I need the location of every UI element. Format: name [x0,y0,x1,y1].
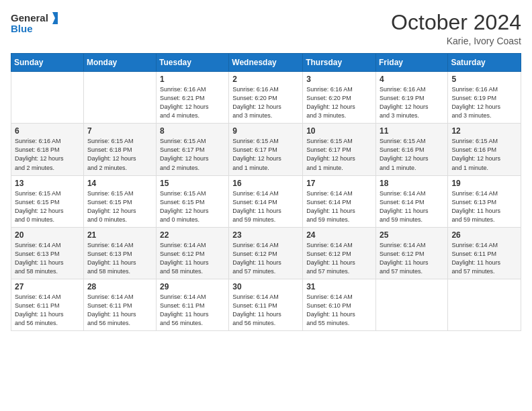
day-info: Sunrise: 6:15 AMSunset: 6:17 PMDaylight:… [160,137,225,172]
calendar-table: Sunday Monday Tuesday Wednesday Thursday… [11,53,521,331]
table-row: 17Sunrise: 6:14 AMSunset: 6:14 PMDayligh… [303,175,376,227]
day-number: 7 [87,126,152,136]
day-info: Sunrise: 6:16 AMSunset: 6:19 PMDaylight:… [451,85,517,120]
table-row: 7Sunrise: 6:15 AMSunset: 6:18 PMDaylight… [83,124,156,175]
day-info: Sunrise: 6:14 AMSunset: 6:13 PMDaylight:… [451,189,517,224]
day-number: 21 [87,230,152,240]
day-info: Sunrise: 6:15 AMSunset: 6:17 PMDaylight:… [306,137,372,172]
day-info: Sunrise: 6:14 AMSunset: 6:14 PMDaylight:… [306,189,372,224]
day-info: Sunrise: 6:16 AMSunset: 6:20 PMDaylight:… [232,85,299,120]
table-row: 14Sunrise: 6:15 AMSunset: 6:15 PMDayligh… [83,175,156,227]
day-info: Sunrise: 6:14 AMSunset: 6:11 PMDaylight:… [232,293,299,328]
day-info: Sunrise: 6:14 AMSunset: 6:11 PMDaylight:… [15,293,80,328]
day-info: Sunrise: 6:14 AMSunset: 6:12 PMDaylight:… [160,241,225,276]
col-friday: Friday [375,54,447,72]
calendar-week-row: 20Sunrise: 6:14 AMSunset: 6:13 PMDayligh… [11,227,521,279]
day-number: 12 [451,126,517,136]
table-row: 3Sunrise: 6:16 AMSunset: 6:20 PMDaylight… [303,72,376,124]
day-number: 1 [160,75,225,84]
table-row: 12Sunrise: 6:15 AMSunset: 6:16 PMDayligh… [448,124,521,175]
table-row: 13Sunrise: 6:15 AMSunset: 6:15 PMDayligh… [11,175,84,227]
day-info: Sunrise: 6:15 AMSunset: 6:15 PMDaylight:… [15,189,80,224]
header: General Blue October 2024 Karie, Ivory C… [11,11,521,46]
day-info: Sunrise: 6:14 AMSunset: 6:13 PMDaylight:… [87,241,152,276]
table-row: 19Sunrise: 6:14 AMSunset: 6:13 PMDayligh… [448,175,521,227]
day-info: Sunrise: 6:16 AMSunset: 6:20 PMDaylight:… [306,85,372,120]
day-number: 23 [232,230,299,240]
table-row: 21Sunrise: 6:14 AMSunset: 6:13 PMDayligh… [83,227,156,279]
table-row: 24Sunrise: 6:14 AMSunset: 6:12 PMDayligh… [303,227,376,279]
day-number: 20 [15,230,80,240]
table-row: 6Sunrise: 6:16 AMSunset: 6:18 PMDaylight… [11,124,84,175]
table-row: 9Sunrise: 6:15 AMSunset: 6:17 PMDaylight… [229,124,303,175]
table-row: 23Sunrise: 6:14 AMSunset: 6:12 PMDayligh… [229,227,303,279]
col-sunday: Sunday [11,54,84,72]
table-row: 16Sunrise: 6:14 AMSunset: 6:14 PMDayligh… [229,175,303,227]
table-row [448,279,521,330]
day-info: Sunrise: 6:16 AMSunset: 6:18 PMDaylight:… [15,137,80,172]
table-row: 31Sunrise: 6:14 AMSunset: 6:10 PMDayligh… [303,279,376,330]
day-info: Sunrise: 6:14 AMSunset: 6:11 PMDaylight:… [87,293,152,328]
table-row: 30Sunrise: 6:14 AMSunset: 6:11 PMDayligh… [229,279,303,330]
table-row: 25Sunrise: 6:14 AMSunset: 6:12 PMDayligh… [375,227,447,279]
day-number: 6 [15,126,80,136]
day-number: 29 [160,282,225,291]
day-number: 18 [380,179,444,188]
calendar-week-row: 27Sunrise: 6:14 AMSunset: 6:11 PMDayligh… [11,279,521,330]
col-monday: Monday [83,54,156,72]
day-number: 14 [87,179,152,188]
day-number: 26 [451,230,517,240]
calendar-week-row: 13Sunrise: 6:15 AMSunset: 6:15 PMDayligh… [11,175,521,227]
table-row: 10Sunrise: 6:15 AMSunset: 6:17 PMDayligh… [303,124,376,175]
day-number: 8 [160,126,225,136]
page: General Blue October 2024 Karie, Ivory C… [0,0,532,411]
table-row: 11Sunrise: 6:15 AMSunset: 6:16 PMDayligh… [375,124,447,175]
table-row: 26Sunrise: 6:14 AMSunset: 6:11 PMDayligh… [448,227,521,279]
day-info: Sunrise: 6:15 AMSunset: 6:18 PMDaylight:… [87,137,152,172]
day-info: Sunrise: 6:15 AMSunset: 6:15 PMDaylight:… [87,189,152,224]
day-number: 30 [232,282,299,291]
day-info: Sunrise: 6:14 AMSunset: 6:12 PMDaylight:… [232,241,299,276]
table-row: 29Sunrise: 6:14 AMSunset: 6:11 PMDayligh… [157,279,229,330]
table-row: 20Sunrise: 6:14 AMSunset: 6:13 PMDayligh… [11,227,84,279]
table-row [375,279,447,330]
day-number: 9 [232,126,299,136]
table-row: 8Sunrise: 6:15 AMSunset: 6:17 PMDaylight… [157,124,229,175]
table-row: 2Sunrise: 6:16 AMSunset: 6:20 PMDaylight… [229,72,303,124]
day-number: 28 [87,282,152,291]
day-number: 4 [380,75,444,84]
day-number: 16 [232,179,299,188]
day-number: 15 [160,179,225,188]
day-number: 25 [380,230,444,240]
table-row [83,72,156,124]
day-number: 5 [451,75,517,84]
table-row: 5Sunrise: 6:16 AMSunset: 6:19 PMDaylight… [448,72,521,124]
col-wednesday: Wednesday [229,54,303,72]
day-info: Sunrise: 6:14 AMSunset: 6:14 PMDaylight:… [380,189,444,224]
day-info: Sunrise: 6:14 AMSunset: 6:14 PMDaylight:… [232,189,299,224]
day-info: Sunrise: 6:15 AMSunset: 6:15 PMDaylight:… [160,189,225,224]
table-row [11,72,84,124]
day-info: Sunrise: 6:14 AMSunset: 6:12 PMDaylight:… [380,241,444,276]
col-tuesday: Tuesday [157,54,229,72]
day-number: 17 [306,179,372,188]
day-number: 13 [15,179,80,188]
day-number: 10 [306,126,372,136]
day-info: Sunrise: 6:16 AMSunset: 6:19 PMDaylight:… [380,85,444,120]
col-thursday: Thursday [303,54,376,72]
day-number: 27 [15,282,80,291]
day-info: Sunrise: 6:15 AMSunset: 6:16 PMDaylight:… [451,137,517,172]
calendar-week-row: 1Sunrise: 6:16 AMSunset: 6:21 PMDaylight… [11,72,521,124]
day-number: 3 [306,75,372,84]
day-info: Sunrise: 6:14 AMSunset: 6:13 PMDaylight:… [15,241,80,276]
day-info: Sunrise: 6:16 AMSunset: 6:21 PMDaylight:… [160,85,225,120]
day-info: Sunrise: 6:15 AMSunset: 6:17 PMDaylight:… [232,137,299,172]
table-row: 22Sunrise: 6:14 AMSunset: 6:12 PMDayligh… [157,227,229,279]
calendar-week-row: 6Sunrise: 6:16 AMSunset: 6:18 PMDaylight… [11,124,521,175]
day-number: 2 [232,75,299,84]
location: Karie, Ivory Coast [391,36,521,46]
svg-marker-2 [52,12,58,24]
month-title: October 2024 [391,11,521,34]
day-number: 19 [451,179,517,188]
table-row: 15Sunrise: 6:15 AMSunset: 6:15 PMDayligh… [157,175,229,227]
